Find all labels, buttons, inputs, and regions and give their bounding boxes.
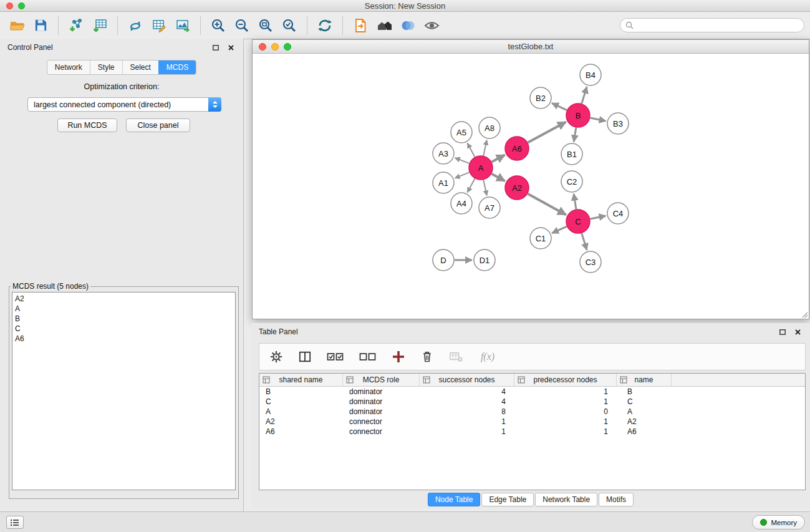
show-column-button[interactable] bbox=[297, 349, 313, 365]
node-C[interactable]: C bbox=[566, 210, 590, 233]
memory-button[interactable]: Memory bbox=[752, 515, 805, 530]
column-header-shared-name[interactable]: shared name bbox=[259, 374, 343, 386]
zoom-fit-button[interactable] bbox=[254, 15, 277, 36]
edge-B-B4[interactable] bbox=[582, 87, 587, 104]
node-B1[interactable]: B1 bbox=[561, 143, 582, 165]
table-settings-button[interactable] bbox=[268, 349, 284, 365]
node-A6[interactable]: A6 bbox=[505, 137, 529, 160]
edge-A-A7[interactable] bbox=[483, 180, 486, 196]
table-tab-motifs[interactable]: Motifs bbox=[599, 493, 634, 506]
node-A3[interactable]: A3 bbox=[433, 143, 454, 164]
edge-A-A8[interactable] bbox=[483, 140, 486, 156]
edge-A-A1[interactable] bbox=[455, 172, 470, 178]
edge-C-C3[interactable] bbox=[582, 233, 587, 250]
edge-A2-C[interactable] bbox=[528, 194, 566, 215]
mcds-result-list[interactable]: A2ABCA6 bbox=[12, 292, 236, 490]
edge-B-B2[interactable] bbox=[552, 103, 567, 110]
select-all-button[interactable] bbox=[325, 349, 345, 365]
edge-A6-B[interactable] bbox=[528, 122, 566, 142]
table-tab-node-table[interactable]: Node Table bbox=[428, 493, 481, 506]
control-panel-tab-select[interactable]: Select bbox=[122, 60, 158, 74]
table-row[interactable]: A6connector11A6 bbox=[259, 427, 805, 437]
mcds-result-item[interactable]: B bbox=[12, 314, 235, 324]
mcds-result-item[interactable]: C bbox=[12, 324, 235, 334]
control-panel-tab-network[interactable]: Network bbox=[47, 60, 90, 74]
run-mcds-button[interactable]: Run MCDS bbox=[57, 118, 117, 132]
node-D[interactable]: D bbox=[433, 249, 454, 271]
column-header-name[interactable]: name bbox=[617, 374, 672, 386]
table-row[interactable]: A2connector11A2 bbox=[259, 417, 805, 427]
float-table-panel-button[interactable] bbox=[778, 327, 788, 337]
import-network-button[interactable] bbox=[64, 15, 88, 36]
table-tab-network-table[interactable]: Network Table bbox=[535, 493, 597, 506]
edge-A-A4[interactable] bbox=[468, 179, 475, 193]
node-A5[interactable]: A5 bbox=[451, 122, 472, 143]
home-button[interactable] bbox=[372, 15, 396, 36]
export-image-button[interactable] bbox=[171, 15, 195, 36]
close-table-panel-button[interactable] bbox=[793, 327, 803, 337]
zoom-in-button[interactable] bbox=[206, 15, 230, 36]
unselect-all-button[interactable] bbox=[358, 349, 378, 365]
style-button[interactable] bbox=[396, 15, 420, 36]
node-D1[interactable]: D1 bbox=[474, 249, 495, 271]
control-panel-tab-mcds[interactable]: MCDS bbox=[158, 60, 196, 74]
close-panel-button-mcds[interactable]: Close panel bbox=[126, 118, 190, 132]
column-header-MCDS-role[interactable]: MCDS role bbox=[343, 374, 420, 386]
table-row[interactable]: Bdominator41B bbox=[259, 387, 805, 397]
table-tab-edge-table[interactable]: Edge Table bbox=[481, 493, 534, 506]
search-box[interactable] bbox=[620, 18, 804, 32]
node-B2[interactable]: B2 bbox=[530, 87, 551, 109]
resize-grip-icon[interactable] bbox=[801, 311, 808, 318]
search-input[interactable] bbox=[637, 21, 804, 30]
edge-A-A5[interactable] bbox=[468, 143, 475, 157]
node-C2[interactable]: C2 bbox=[561, 171, 582, 192]
network-window-titlebar[interactable]: testGlobe.txt bbox=[253, 40, 809, 54]
edge-A-A3[interactable] bbox=[455, 158, 470, 163]
new-network-button[interactable] bbox=[123, 15, 147, 36]
edge-B-B3[interactable] bbox=[591, 118, 606, 121]
open-session-button[interactable] bbox=[5, 15, 29, 36]
node-C1[interactable]: C1 bbox=[530, 228, 551, 249]
column-header-predecessor-nodes[interactable]: predecessor nodes bbox=[514, 374, 617, 386]
task-history-button[interactable] bbox=[6, 516, 24, 529]
create-column-button[interactable] bbox=[390, 349, 407, 365]
node-C4[interactable]: C4 bbox=[607, 203, 629, 224]
edge-A-A2[interactable] bbox=[492, 174, 505, 181]
import-table-button[interactable] bbox=[88, 15, 112, 36]
table-row[interactable]: Cdominator41C bbox=[259, 397, 805, 407]
node-B[interactable]: B bbox=[566, 104, 590, 127]
edge-C-C4[interactable] bbox=[591, 216, 606, 219]
control-panel-tab-style[interactable]: Style bbox=[90, 60, 122, 74]
node-C3[interactable]: C3 bbox=[580, 251, 601, 273]
node-A8[interactable]: A8 bbox=[479, 117, 500, 138]
zoom-selected-button[interactable] bbox=[277, 15, 301, 36]
table-row[interactable]: Adominator80A bbox=[259, 407, 805, 417]
document-button[interactable] bbox=[349, 15, 372, 36]
node-A7[interactable]: A7 bbox=[479, 197, 500, 218]
edge-C-C1[interactable] bbox=[552, 226, 567, 233]
mcds-result-item[interactable]: A6 bbox=[12, 334, 235, 344]
network-canvas[interactable]: AA6A2BCA5A8A3A1A4A7B4B2B3B1C2C4C1C3DD1 bbox=[253, 54, 809, 319]
save-session-button[interactable] bbox=[29, 15, 52, 36]
network-graph[interactable]: AA6A2BCA5A8A3A1A4A7B4B2B3B1C2C4C1C3DD1 bbox=[253, 54, 809, 319]
mcds-result-item[interactable]: A bbox=[12, 304, 235, 314]
close-panel-button[interactable] bbox=[226, 42, 236, 52]
show-details-button[interactable] bbox=[420, 15, 443, 36]
column-header-successor-nodes[interactable]: successor nodes bbox=[420, 374, 514, 386]
zoom-out-button[interactable] bbox=[230, 15, 254, 36]
edge-A-A6[interactable] bbox=[492, 155, 505, 162]
mcds-result-item[interactable]: A2 bbox=[12, 294, 235, 304]
delete-table-button[interactable] bbox=[448, 349, 464, 365]
node-A[interactable]: A bbox=[469, 156, 493, 180]
criterion-dropdown[interactable]: largest connected component (directed) bbox=[27, 97, 221, 112]
node-A1[interactable]: A1 bbox=[433, 172, 454, 193]
edge-C-C2[interactable] bbox=[574, 194, 576, 209]
function-builder-button[interactable]: f(x) bbox=[476, 349, 499, 365]
new-table-button[interactable] bbox=[147, 15, 171, 36]
node-A4[interactable]: A4 bbox=[451, 193, 472, 214]
node-table[interactable]: shared nameMCDS rolesuccessor nodesprede… bbox=[259, 373, 806, 490]
float-panel-button[interactable] bbox=[211, 42, 221, 52]
node-A2[interactable]: A2 bbox=[505, 176, 529, 200]
delete-column-button[interactable] bbox=[419, 349, 435, 365]
node-B3[interactable]: B3 bbox=[607, 113, 629, 134]
